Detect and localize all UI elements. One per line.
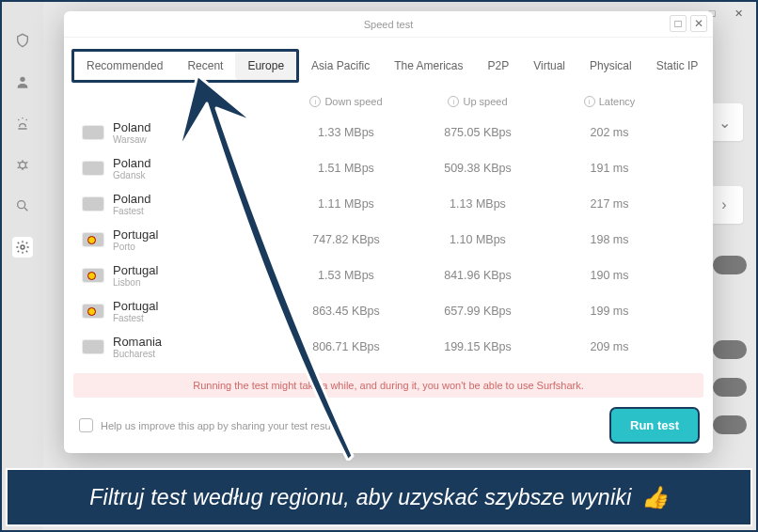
down-speed-value: 863.45 KBps [280, 305, 412, 318]
server-row[interactable]: PortugalLisbon1.53 MBps841.96 KBps190 ms [71, 258, 705, 293]
run-test-button[interactable]: Run test [611, 409, 698, 442]
down-speed-value: 1.11 MBps [280, 197, 412, 211]
latency-value: 209 ms [544, 340, 675, 353]
latency-value: 217 ms [544, 197, 675, 211]
toggle[interactable] [713, 256, 747, 274]
flag-icon [83, 305, 103, 318]
tab-europe[interactable]: Europe [235, 52, 296, 80]
help-us-checkbox[interactable]: Help us improve this app by sharing your… [79, 418, 341, 432]
server-row[interactable]: PortugalFastest863.45 KBps657.99 KBps199… [71, 293, 705, 329]
caption-text: Filtruj test według regionu, aby uzyskać… [89, 485, 631, 510]
server-row[interactable]: RomaniaBucharest806.71 KBps199.15 KBps20… [71, 329, 705, 365]
down-speed-value: 747.82 KBps [280, 233, 412, 246]
header-up-speed: iUp speed [412, 96, 544, 107]
server-row[interactable]: PolandWarsaw1.33 MBps875.05 KBps202 ms [71, 115, 705, 150]
toggle[interactable] [713, 378, 747, 397]
tab-virtual[interactable]: Virtual [521, 52, 577, 80]
flag-icon [83, 340, 103, 353]
up-speed-value: 657.99 KBps [412, 305, 544, 318]
country-label: Portugal [113, 299, 280, 313]
info-icon[interactable]: i [448, 96, 459, 107]
down-speed-value: 1.51 MBps [280, 162, 412, 175]
toggle[interactable] [713, 415, 747, 434]
server-location: RomaniaBucharest [113, 335, 280, 359]
country-label: Romania [113, 335, 280, 349]
server-location: PortugalFastest [113, 299, 280, 323]
server-location: PolandGdansk [113, 156, 280, 180]
server-row[interactable]: PolandGdansk1.51 MBps509.38 KBps191 ms [71, 150, 705, 186]
header-latency: iLatency [544, 96, 675, 107]
user-icon[interactable] [12, 71, 33, 92]
latency-value: 199 ms [544, 305, 675, 318]
tab-recent[interactable]: Recent [175, 52, 235, 80]
up-speed-value: 1.10 MBps [412, 233, 544, 246]
flag-icon [83, 126, 103, 139]
modal-title: Speed test [364, 19, 414, 30]
server-location: PortugalPorto [113, 227, 280, 252]
up-speed-value: 509.38 KBps [412, 162, 544, 175]
modal-close-icon[interactable]: ✕ [690, 15, 707, 32]
server-row[interactable]: PortugalPorto747.82 KBps1.10 MBps198 ms [71, 222, 705, 258]
warning-banner: Running the test might take a while, and… [73, 373, 703, 398]
svg-point-1 [20, 162, 26, 168]
server-list: PolandWarsaw1.33 MBps875.05 KBps202 msPo… [64, 115, 713, 371]
city-label: Porto [113, 242, 280, 252]
help-us-label: Help us improve this app by sharing your… [101, 420, 341, 431]
country-label: Portugal [113, 227, 280, 242]
gear-icon[interactable] [12, 237, 33, 258]
modal-footer: Help us improve this app by sharing your… [64, 398, 713, 453]
tab-static-ip[interactable]: Static IP [644, 52, 711, 80]
flag-icon [83, 162, 103, 175]
down-speed-value: 1.53 MBps [280, 269, 412, 282]
tab-asia-pacific[interactable]: Asia Pacific [299, 52, 382, 80]
server-location: PolandFastest [113, 192, 280, 216]
latency-value: 191 ms [544, 162, 675, 175]
server-location: PolandWarsaw [113, 120, 280, 145]
city-label: Fastest [113, 313, 280, 323]
country-label: Poland [113, 120, 280, 134]
app-sidebar [2, 2, 43, 530]
siren-icon[interactable] [12, 113, 33, 133]
info-icon[interactable]: i [309, 96, 321, 107]
shield-icon[interactable] [12, 30, 33, 51]
tab-p2p[interactable]: P2P [476, 52, 522, 80]
region-tabs: Recommended Recent Europe Asia Pacific T… [64, 38, 713, 92]
modal-maximize-icon[interactable]: □ [670, 15, 687, 32]
down-speed-value: 1.33 MBps [280, 126, 412, 139]
latency-value: 190 ms [544, 269, 675, 282]
tab-physical[interactable]: Physical [577, 52, 644, 80]
latency-value: 198 ms [544, 233, 675, 246]
up-speed-value: 841.96 KBps [412, 269, 544, 282]
up-speed-value: 199.15 KBps [412, 340, 544, 353]
city-label: Fastest [113, 206, 280, 216]
toggle[interactable] [713, 340, 747, 359]
caption-bar: Filtruj test według regionu, aby uzyskać… [6, 468, 752, 526]
info-icon[interactable]: i [584, 96, 595, 107]
latency-value: 202 ms [544, 126, 675, 139]
tab-americas[interactable]: The Americas [382, 52, 475, 80]
country-label: Portugal [113, 263, 280, 277]
svg-point-2 [18, 201, 25, 209]
country-label: Poland [113, 192, 280, 206]
tab-recommended[interactable]: Recommended [74, 52, 175, 80]
country-label: Poland [113, 156, 280, 170]
city-label: Warsaw [113, 134, 280, 145]
speed-test-modal: Speed test □ ✕ Recommended Recent Europe… [64, 11, 713, 453]
city-label: Bucharest [113, 349, 280, 359]
server-row[interactable]: PolandFastest1.11 MBps1.13 MBps217 ms [71, 186, 705, 222]
thumbs-up-icon: 👍 [641, 485, 669, 510]
flag-icon [83, 233, 103, 246]
city-label: Gdansk [113, 170, 280, 180]
up-speed-value: 875.05 KBps [412, 126, 544, 139]
column-headers: iDown speed iUp speed iLatency [64, 92, 713, 115]
tab-highlight-box: Recommended Recent Europe [71, 49, 299, 83]
header-down-speed: iDown speed [280, 96, 412, 107]
down-speed-value: 806.71 KBps [280, 340, 412, 353]
bug-icon[interactable] [12, 154, 33, 175]
search-icon[interactable] [12, 196, 33, 216]
server-location: PortugalLisbon [113, 263, 280, 288]
flag-icon [83, 269, 103, 282]
checkbox-icon[interactable] [79, 418, 93, 432]
flag-icon [83, 197, 103, 211]
city-label: Lisbon [113, 277, 280, 288]
